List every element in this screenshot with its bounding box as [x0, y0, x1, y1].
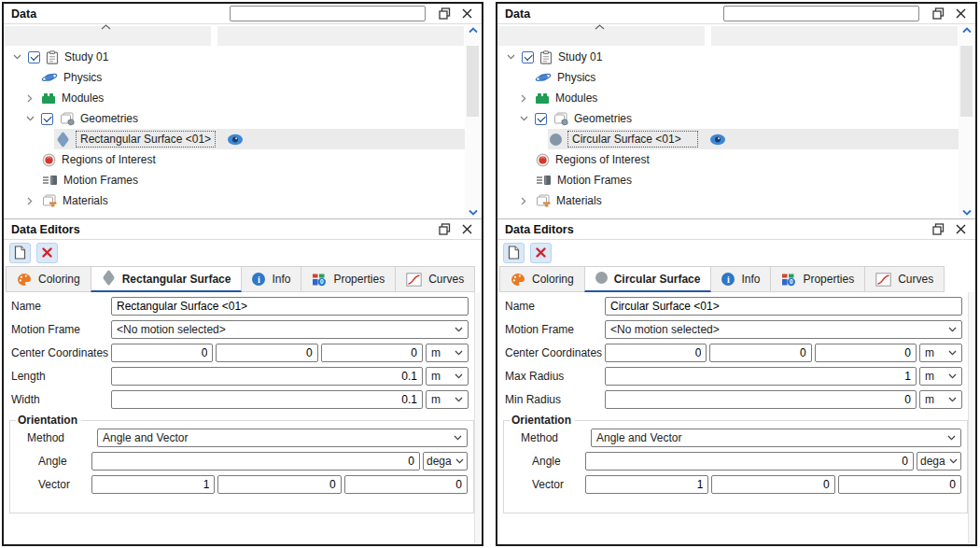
tree-item-materials[interactable]: Materials	[497, 190, 959, 211]
checkbox-checked[interactable]	[535, 113, 547, 125]
tab-coloring[interactable]: Coloring	[6, 266, 91, 292]
tab-coloring[interactable]: Coloring	[499, 266, 585, 292]
dim2-unit-select[interactable]: m	[426, 390, 469, 409]
close-editor-button[interactable]	[36, 243, 58, 263]
checkbox-checked[interactable]	[28, 51, 40, 63]
checkbox-checked[interactable]	[522, 51, 534, 63]
center-unit-select[interactable]: m	[919, 344, 962, 362]
tab-properties[interactable]: 0 Properties	[770, 266, 865, 292]
tree-item-regions-of-interest[interactable]: Regions of Interest	[4, 149, 465, 170]
vector-x-input[interactable]	[585, 475, 708, 494]
tree-item-physics[interactable]: Physics	[497, 67, 959, 88]
motion-frame-select[interactable]: <No motion selected>	[111, 320, 469, 339]
new-editor-button[interactable]	[503, 243, 525, 263]
close-icon[interactable]	[459, 222, 474, 237]
tab-info[interactable]: i Info	[241, 266, 301, 292]
tree-item-geometries[interactable]: Geometries	[497, 108, 959, 129]
angle-input[interactable]	[585, 452, 914, 471]
name-input[interactable]	[605, 297, 962, 316]
dim2-input[interactable]	[111, 390, 423, 409]
tree-header-column-extra[interactable]	[217, 26, 464, 46]
tree-search-input[interactable]	[230, 6, 426, 21]
vector-x-input[interactable]	[91, 475, 215, 494]
dim1-unit-select[interactable]: m	[919, 367, 962, 386]
method-select[interactable]: Angle and Vector	[97, 429, 468, 447]
chevron-down-icon[interactable]	[11, 54, 22, 60]
tree-item-geometries[interactable]: Geometries	[4, 108, 465, 129]
form-scrollbar[interactable]	[968, 292, 974, 543]
scroll-down-icon[interactable]	[465, 203, 481, 216]
chevron-right-icon[interactable]	[518, 94, 529, 103]
new-editor-button[interactable]	[9, 243, 31, 263]
scroll-up-icon[interactable]	[465, 27, 481, 40]
tree-item-regions-of-interest[interactable]: Regions of Interest	[497, 149, 959, 170]
scrollbar-thumb[interactable]	[960, 46, 973, 117]
chevron-right-icon[interactable]	[518, 197, 529, 205]
tree-item-modules[interactable]: Modules	[4, 88, 465, 108]
dim1-unit-select[interactable]: m	[426, 367, 469, 386]
tree-item-name-box[interactable]: Rectangular Surface <01>	[76, 131, 216, 148]
angle-unit-select[interactable]: dega	[423, 452, 468, 471]
tree-item-modules[interactable]: Modules	[497, 88, 959, 108]
name-input[interactable]	[111, 297, 469, 316]
close-editor-button[interactable]	[530, 243, 552, 263]
tree-item-motion-frames[interactable]: Motion Frames	[4, 170, 465, 190]
tree-scrollbar[interactable]	[465, 25, 481, 218]
center-z-input[interactable]	[815, 344, 917, 362]
tree-item-surface[interactable]: Circular Surface <01>	[497, 129, 959, 149]
center-z-input[interactable]	[321, 344, 423, 362]
center-x-input[interactable]	[605, 344, 707, 362]
scroll-up-icon[interactable]	[959, 27, 974, 40]
method-select[interactable]: Angle and Vector	[591, 429, 961, 447]
tree-item-surface[interactable]: Rectangular Surface <01>	[4, 129, 465, 149]
tree-item-study[interactable]: Study 01	[4, 47, 465, 67]
chevron-down-icon[interactable]	[505, 54, 516, 60]
float-panel-icon[interactable]	[931, 222, 945, 237]
tree-scrollbar[interactable]	[959, 25, 974, 218]
tree-item-name-box[interactable]: Circular Surface <01>	[567, 131, 698, 148]
chevron-right-icon[interactable]	[24, 197, 35, 205]
angle-input[interactable]	[91, 452, 420, 471]
dim1-input[interactable]	[605, 367, 917, 386]
tab-curves[interactable]: Curves	[395, 266, 475, 292]
float-panel-icon[interactable]	[931, 7, 945, 21]
vector-y-input[interactable]	[711, 475, 834, 494]
center-y-input[interactable]	[709, 344, 811, 362]
tab-curves[interactable]: Curves	[864, 266, 945, 292]
checkbox-checked[interactable]	[41, 113, 53, 125]
vector-z-input[interactable]	[344, 475, 468, 494]
chevron-right-icon[interactable]	[24, 94, 35, 103]
tab-surface[interactable]: Rectangular Surface	[91, 266, 243, 292]
tab-surface[interactable]: Circular Surface	[584, 266, 712, 292]
dim1-input[interactable]	[111, 367, 423, 386]
tab-properties[interactable]: 0 Properties	[301, 266, 396, 292]
close-icon[interactable]	[459, 7, 474, 21]
tree-header-column-extra[interactable]	[711, 26, 958, 46]
tree-search-input[interactable]	[723, 6, 919, 21]
chevron-down-icon[interactable]	[24, 116, 35, 121]
form-scrollbar[interactable]	[474, 292, 481, 543]
center-y-input[interactable]	[216, 344, 317, 362]
dim2-unit-select[interactable]: m	[919, 390, 962, 409]
center-unit-select[interactable]: m	[426, 344, 469, 362]
motion-frame-select[interactable]: <No motion selected>	[605, 320, 962, 339]
eye-visibility-icon[interactable]	[709, 133, 726, 146]
vector-z-input[interactable]	[838, 475, 961, 494]
tree-item-materials[interactable]: Materials	[4, 190, 465, 211]
angle-unit-select[interactable]: dega	[917, 452, 961, 471]
chevron-down-icon[interactable]	[518, 116, 529, 121]
scroll-down-icon[interactable]	[959, 203, 974, 216]
dim2-input[interactable]	[605, 390, 917, 409]
close-icon[interactable]	[953, 7, 968, 21]
tree-item-physics[interactable]: Physics	[4, 67, 465, 88]
tab-info[interactable]: i Info	[710, 266, 771, 292]
float-panel-icon[interactable]	[437, 7, 452, 21]
scrollbar-thumb[interactable]	[467, 46, 479, 117]
tree-item-motion-frames[interactable]: Motion Frames	[497, 170, 959, 190]
vector-y-input[interactable]	[217, 475, 341, 494]
float-panel-icon[interactable]	[437, 222, 452, 237]
center-x-input[interactable]	[111, 344, 213, 362]
eye-visibility-icon[interactable]	[227, 133, 244, 146]
tree-item-study[interactable]: Study 01	[497, 47, 959, 67]
close-icon[interactable]	[953, 222, 968, 237]
